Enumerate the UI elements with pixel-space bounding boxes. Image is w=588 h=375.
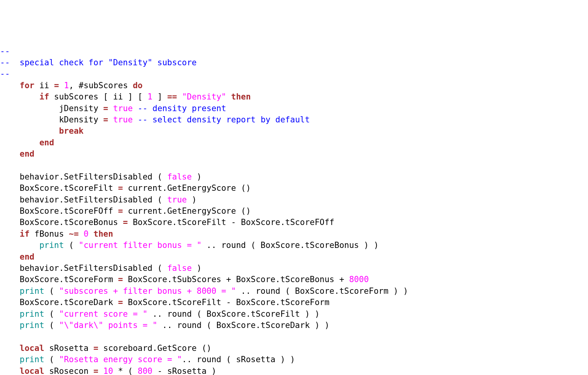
code-text: .. round ( BoxScore.tScoreFilt ) ): [147, 309, 320, 319]
boolean-true: true: [113, 115, 133, 124]
string: "Density": [182, 92, 226, 101]
boolean-true: true: [113, 104, 133, 113]
number: 8000: [349, 275, 369, 284]
operator-eq: =: [118, 298, 123, 307]
code-text: behavior.SetFiltersDisabled (: [20, 172, 167, 181]
number: 1: [64, 81, 69, 90]
number: 1: [147, 92, 152, 101]
identifier: jDensity: [59, 104, 103, 113]
code-text: BoxScore.tScoreDark: [20, 298, 118, 307]
code-block: -- -- special check for "Density" subsco…: [0, 46, 588, 375]
code-text: fBonus: [30, 229, 69, 239]
boolean-true: true: [167, 195, 187, 204]
code-text: BoxScore.tScoreFilt - BoxScore.tScoreFOf…: [128, 218, 334, 227]
comment: -- density present: [138, 104, 226, 113]
operator-eq: =: [93, 366, 98, 375]
operator-eq: =: [103, 104, 108, 113]
operator-eq: =: [118, 183, 123, 193]
string: "\"dark\" points = ": [59, 321, 158, 330]
keyword-local: local: [20, 344, 44, 353]
operator-eq: =: [54, 81, 59, 90]
fn-print: print: [39, 241, 64, 250]
code-text: .. round ( BoxScore.tScoreBonus ) ): [201, 241, 378, 250]
string: "Rosetta energy score = ": [59, 355, 182, 364]
code-text: ii: [35, 81, 54, 90]
string: "subscores + filter bonus + 8000 = ": [59, 286, 236, 296]
keyword-do: do: [133, 81, 142, 90]
code-text: BoxScore.tSubScores + BoxScore.tScoreBon…: [123, 275, 349, 284]
code-text: (: [44, 321, 59, 330]
operator-eq: =: [118, 275, 123, 284]
code-text: * (: [113, 366, 138, 375]
code-text: (: [64, 241, 79, 250]
comment-line: --: [0, 47, 10, 56]
code-text: BoxScore.tScoreFilt - BoxScore.tScoreFor…: [123, 298, 329, 307]
string: "current score = ": [59, 309, 148, 319]
fn-print: print: [20, 286, 44, 296]
code-text: sRosetta: [44, 344, 93, 353]
operator-eqeq: ==: [167, 92, 177, 101]
operator-ne: ~=: [69, 229, 79, 239]
operator-eq: =: [123, 218, 128, 227]
keyword-if: if: [20, 229, 30, 239]
code-text: BoxScore.tScoreFOff: [20, 206, 118, 216]
code-text: subScores [ ii ] [: [49, 92, 147, 101]
keyword-if: if: [39, 92, 49, 101]
code-text: behavior.SetFiltersDisabled (: [20, 263, 167, 273]
code-text: BoxScore.tScoreFilt: [20, 183, 118, 193]
identifier: kDensity: [59, 115, 103, 124]
keyword-then: then: [93, 229, 113, 239]
fn-print: print: [20, 355, 44, 364]
keyword-then: then: [231, 92, 251, 101]
code-text: current.GetEnergyScore (): [123, 183, 251, 193]
code-text: .. round ( sRosetta ) ): [182, 355, 295, 364]
code-text: (: [44, 355, 59, 364]
code-text: (: [44, 309, 59, 319]
code-text: BoxScore.tScoreBonus: [20, 218, 123, 227]
comment-line: --: [0, 69, 10, 78]
keyword-end: end: [20, 252, 35, 262]
code-text: .. round ( BoxScore.tScoreForm ) ): [236, 286, 408, 296]
code-text: scoreboard.GetScore (): [98, 344, 212, 353]
string: "current filter bonus = ": [79, 241, 201, 250]
comment: -- select density report by default: [138, 115, 310, 124]
keyword-break: break: [59, 126, 84, 136]
operator-eq: =: [93, 344, 98, 353]
operator-eq: =: [103, 115, 108, 124]
number: 0: [84, 229, 89, 239]
operator-eq: =: [118, 206, 123, 216]
boolean-false: false: [167, 172, 192, 181]
code-text: ]: [152, 92, 167, 101]
code-text: (: [44, 286, 59, 296]
code-text: - sRosetta ): [152, 366, 216, 375]
number: 10: [103, 366, 113, 375]
fn-print: print: [20, 309, 44, 319]
code-text: BoxScore.tScoreForm: [20, 275, 118, 284]
keyword-local: local: [20, 366, 44, 375]
fn-print: print: [20, 321, 44, 330]
keyword-end: end: [39, 138, 54, 147]
number: 800: [138, 366, 152, 375]
code-text: ): [192, 172, 201, 181]
code-text: behavior.SetFiltersDisabled (: [20, 195, 167, 204]
code-text: ): [192, 263, 201, 273]
code-text: current.GetEnergyScore (): [123, 206, 251, 216]
boolean-false: false: [167, 263, 192, 273]
code-text: , #subScores: [69, 81, 133, 90]
code-text: .. round ( BoxScore.tScoreDark ) ): [158, 321, 330, 330]
code-text: sRosecon: [44, 366, 93, 375]
code-text: ): [187, 195, 196, 204]
keyword-for: for: [20, 81, 35, 90]
comment-line: -- special check for "Density" subscore: [0, 58, 197, 67]
keyword-end: end: [20, 149, 35, 159]
